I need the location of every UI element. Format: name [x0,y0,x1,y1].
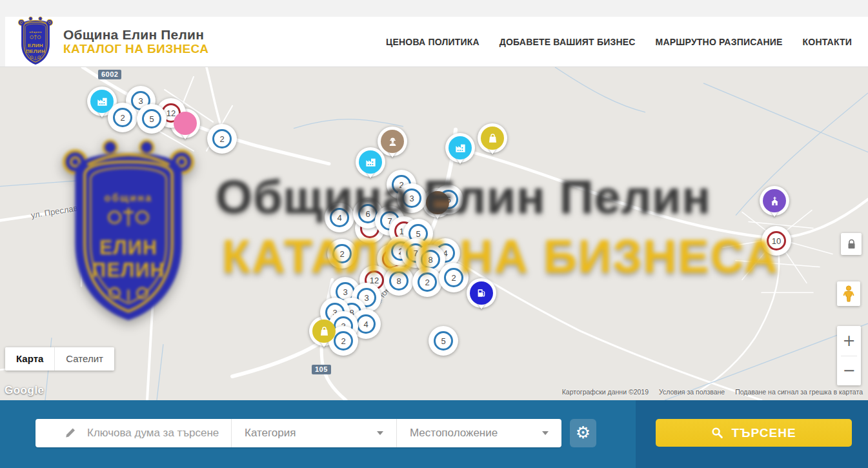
map-pin-marker[interactable] [760,186,789,216]
cluster-count: 2 [418,272,437,292]
nav-item-4[interactable]: КОНТАКТИ [803,37,852,47]
map-cluster-marker[interactable]: 8 [384,266,414,296]
search-box: Категория Местоположение [35,419,561,447]
site-title: Община Елин Пелин [63,28,208,43]
municipality-crest-logo[interactable] [16,15,55,66]
church-icon [769,195,781,207]
gear-icon: ⚙ [576,424,590,441]
cluster-count: 8 [389,271,409,290]
keyword-search-input[interactable] [86,426,228,440]
fuel-pin-disc [470,281,493,305]
pegman-streetview-button[interactable] [837,281,860,306]
cluster-count: 2 [444,268,463,287]
fullscreen-lock-button[interactable] [841,233,862,255]
zoom-control: + − [837,326,861,385]
worker-pin-disc [381,130,404,153]
zoom-in-button[interactable]: + [837,326,861,356]
cluster-count: 10 [767,231,786,250]
map-type-button[interactable]: Сателит [54,347,114,371]
nav-item-3[interactable]: МАРШРУТНО РАЗПИСАНИЕ [656,37,783,47]
cluster-count: 4 [356,314,376,334]
cluster-count: 2 [212,129,232,148]
map-pin-marker[interactable] [478,123,507,153]
shopping-bag-icon [318,325,330,338]
map-type-switch: КартаСателит [5,347,114,371]
search-icon [711,427,723,439]
pencil-icon [64,427,77,440]
nav-item-2[interactable]: ДОБАВЕТЕ ВАШИЯТ БИЗНЕС [500,37,636,47]
cluster-count: 3 [402,188,421,208]
map-cluster-marker[interactable]: 2 [412,267,442,297]
map-type-button[interactable]: Карта [5,347,54,371]
map-pin-marker[interactable] [445,133,475,163]
map-pin-marker[interactable] [378,127,407,156]
bag-pin-disc [312,320,336,343]
shopping-bag-icon [487,132,499,145]
worker-icon [387,136,399,148]
map-cluster-marker[interactable]: 2 [108,103,137,132]
factory-pin-disc [359,150,382,174]
lock-icon [847,239,856,250]
cluster-count: 2 [113,108,132,127]
factory-icon [454,142,467,154]
map-canvas[interactable]: 6002105ул. Преславбул. „Новоселци" 12325… [0,66,868,400]
factory-pin-disc [90,90,114,113]
site-header: Община Елин Пелин КАТАЛОГ НА БИЗНЕСА ЦЕН… [0,17,868,66]
attribution-item-2[interactable]: Условия за ползване [659,388,725,396]
page-top-strip [0,0,868,17]
map-cluster-marker[interactable]: 3 [397,183,427,213]
map-pin-marker[interactable] [467,278,496,308]
factory-icon [365,156,377,168]
google-logo[interactable]: Google [5,384,45,397]
location-select-label: Местоположение [410,427,498,440]
map-pin-marker[interactable] [356,147,385,177]
factory-pin-disc [449,136,472,159]
category-select-label: Категория [245,427,296,440]
cluster-count: 2 [334,331,353,351]
pegman-icon [842,285,855,302]
map-cluster-marker[interactable]: 2 [327,239,357,269]
main-nav: ЦЕНОВА ПОЛИТИКАДОБАВЕТЕ ВАШИЯТ БИЗНЕСМАР… [386,37,852,47]
cluster-count: 2 [332,244,352,263]
map-cluster-marker[interactable]: 5 [429,326,458,356]
category-select[interactable]: Категория [232,419,396,447]
factory-icon [96,96,108,108]
church-pin-disc [763,189,786,212]
map-markers: 12325223546713522748128223383432510 [0,67,868,400]
map-cluster-marker[interactable]: 4 [325,203,354,232]
zoom-out-button[interactable]: − [837,356,861,386]
cluster-count: 5 [434,331,453,351]
chevron-down-icon [542,431,549,435]
attribution-item-1: Картографски данни ©2019 [562,388,649,396]
cluster-count: 5 [142,109,161,128]
fuel-pump-icon [476,287,487,299]
site-subtitle: КАТАЛОГ НА БИЗНЕСА [63,43,208,56]
pin-disc [174,112,197,135]
keyword-field-wrap [35,419,231,447]
page-left-strip [0,0,5,66]
advanced-search-button[interactable]: ⚙ [570,419,596,447]
site-brand[interactable]: Община Елин Пелин КАТАЛОГ НА БИЗНЕСА [63,28,208,56]
map-cluster-marker[interactable]: 10 [762,226,791,256]
map-cluster-marker[interactable]: 5 [137,104,167,134]
bag-pin-disc [481,127,504,150]
map-attribution: Картографски данни ©2019Условия за ползв… [562,388,863,396]
cluster-count: 8 [421,250,440,269]
nav-item-1[interactable]: ЦЕНОВА ПОЛИТИКА [386,37,479,47]
search-bar: Категория Местоположение ⚙ ТЪРСЕНЕ [0,400,868,468]
map-cluster-marker[interactable]: 2 [207,124,237,154]
attribution-item-3[interactable]: Подаване на сигнал за грешка в картата [735,388,863,396]
location-select[interactable]: Местоположение [397,419,561,447]
chevron-down-icon [377,431,383,435]
pin-disc [426,191,449,214]
search-button[interactable]: ТЪРСЕНЕ [656,419,852,447]
cluster-count: 4 [330,208,349,227]
search-button-label: ТЪРСЕНЕ [731,426,796,440]
map-cluster-marker[interactable]: 2 [439,263,469,292]
